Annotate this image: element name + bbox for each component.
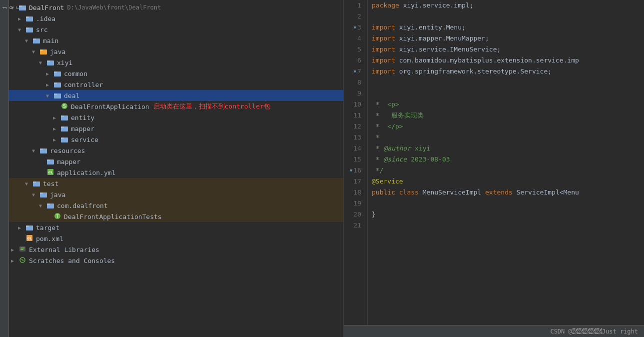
- tree-arrow: ▶: [46, 82, 53, 88]
- code-line-4: import xiyi.mapper.MenuMapper;: [372, 33, 640, 44]
- svg-rect-41: [26, 226, 29, 227]
- tree-label-pomxml: pom.xml: [36, 235, 63, 242]
- tree-label-service: service: [71, 136, 98, 144]
- svg-rect-45: [20, 248, 24, 248]
- tree-item-com-dealfront[interactable]: ▼com.dealfront: [9, 200, 343, 211]
- tree-label-mapper: mapper: [71, 125, 94, 132]
- line-number-19: 19: [344, 198, 363, 209]
- tree-arrow: ▼: [39, 203, 46, 208]
- tree-item-common[interactable]: ▶common: [9, 68, 343, 79]
- svg-rect-13: [54, 72, 57, 73]
- svg-rect-27: [40, 148, 43, 150]
- tree-item-mapper[interactable]: ▶mapper: [9, 123, 343, 134]
- tree-icon-yml: YML: [46, 168, 55, 176]
- line-number-10: 10: [344, 99, 363, 110]
- code-line-20: }: [372, 209, 640, 220]
- code-line-6: import com.baomidou.mybatisplus.extensio…: [372, 55, 640, 66]
- project-path: D:\JavaWeb\front\DealFront: [67, 4, 161, 11]
- tree-item-dealfront-root[interactable]: ▼DealFrontD:\JavaWeb\front\DealFront: [9, 2, 343, 13]
- code-line-7: import org.springframework.stereotype.Se…: [372, 66, 640, 77]
- tree-icon-folder: [25, 14, 34, 22]
- svg-rect-17: [54, 94, 57, 95]
- tree-item-src[interactable]: ▼src: [9, 24, 343, 35]
- svg-rect-7: [33, 38, 36, 40]
- editor-panel: 12▼3456▼789101112131415▼161718192021 pac…: [344, 0, 644, 337]
- tree-label-dealfront-root: DealFront: [29, 4, 64, 12]
- tree-item-resources[interactable]: ▼resources: [9, 145, 343, 156]
- code-line-10: * <p>: [372, 99, 640, 110]
- tree-item-deal[interactable]: ▼deal: [9, 90, 343, 101]
- tree-arrow: ▶: [11, 258, 18, 264]
- tree-item-scratches[interactable]: ▶Scratches and Consoles: [9, 255, 343, 266]
- tree-icon-spring-boot: S: [60, 102, 69, 110]
- tree-item-controller[interactable]: ▶controller: [9, 79, 343, 90]
- code-line-16: */: [372, 165, 640, 176]
- line-number-5: 5: [344, 44, 363, 55]
- tree-item-main[interactable]: ▼main: [9, 35, 343, 46]
- tree-icon-folder: [46, 158, 55, 166]
- tree-label-entity: entity: [71, 114, 94, 122]
- tree-item-service[interactable]: ▶service: [9, 134, 343, 145]
- tree-arrow: ▼: [25, 38, 32, 44]
- tree-label-test-java: java: [50, 191, 65, 198]
- code-line-12: * </p>: [372, 121, 640, 132]
- line-number-16: ▼16: [344, 165, 363, 176]
- svg-rect-23: [61, 126, 64, 128]
- tree-item-mapper-res[interactable]: mapper: [9, 156, 343, 167]
- svg-line-48: [21, 259, 23, 261]
- tree-item-appyml[interactable]: YMLapplication.yml: [9, 167, 343, 178]
- svg-rect-35: [40, 192, 43, 194]
- code-line-15: * @since 2023-08-03: [372, 154, 640, 165]
- tree-item-test[interactable]: ▼test: [9, 178, 343, 189]
- tree-item-dealfrontapptests[interactable]: TDealFrontApplicationTests: [9, 211, 343, 222]
- tree-item-xiyi[interactable]: ▼xiyi: [9, 57, 343, 68]
- tree-item-dealfrontapp[interactable]: SDealFrontApplication启动类在这里，扫描不到controll…: [9, 101, 343, 112]
- tree-label-mapper-res: mapper: [57, 158, 80, 166]
- line-number-17: 17: [344, 176, 363, 187]
- tree-icon-folder-java: [39, 48, 48, 56]
- tree-item-target[interactable]: ▶target: [9, 222, 343, 233]
- svg-text:S: S: [63, 104, 66, 109]
- tree-arrow: ▶: [11, 247, 18, 252]
- editor-content: 12▼3456▼789101112131415▼161718192021 pac…: [344, 0, 644, 325]
- tree-item-ext-libs[interactable]: ▶External Libraries: [9, 244, 343, 255]
- tree-label-java: java: [50, 48, 65, 56]
- tree-arrow: ▶: [53, 126, 60, 132]
- annotation-text: 启动类在这里，扫描不到controller包: [153, 102, 270, 111]
- line-number-14: 14: [344, 143, 363, 154]
- tree-icon-ext-lib: [18, 246, 27, 254]
- tree-arrow: ▼: [32, 148, 39, 154]
- tree-icon-folder: [60, 124, 69, 132]
- line-numbers: 12▼3456▼789101112131415▼161718192021: [344, 0, 368, 325]
- code-area[interactable]: package xiyi.service.impl; import xiyi.e…: [368, 0, 644, 325]
- tree-arrow: ▶: [53, 137, 60, 142]
- line-number-18: 18: [344, 187, 363, 198]
- tree-item-entity[interactable]: ▶entity: [9, 112, 343, 123]
- tree-item-test-java[interactable]: ▼java: [9, 189, 343, 200]
- tree-arrow: ▶: [46, 71, 53, 76]
- code-line-18: public class MenuServiceImpl extends Ser…: [372, 187, 640, 198]
- tree-item-pomxml[interactable]: XMLpom.xml: [9, 233, 343, 244]
- project-tab-vertical[interactable]: Project: [0, 4, 28, 12]
- svg-rect-11: [47, 60, 50, 62]
- line-number-12: 12: [344, 121, 363, 132]
- tree-icon-folder: [46, 58, 55, 66]
- line-number-21: 21: [344, 220, 363, 231]
- tree-item-java[interactable]: ▼java: [9, 46, 343, 57]
- tree-arrow: ▶: [18, 225, 25, 230]
- line-number-15: 15: [344, 154, 363, 165]
- tree-item-idea[interactable]: ▶.idea: [9, 13, 343, 24]
- line-number-8: 8: [344, 77, 363, 88]
- tree-icon-folder-res: [39, 146, 48, 154]
- tree-icon-test-class: T: [53, 212, 62, 220]
- svg-rect-33: [33, 182, 36, 183]
- code-line-11: * 服务实现类: [372, 110, 640, 121]
- tree-icon-folder: [39, 190, 48, 198]
- status-bar: CSDN @㍿㍿㍿㍿㍿Just right: [344, 325, 644, 337]
- code-line-13: *: [372, 132, 640, 143]
- svg-text:XML: XML: [27, 236, 32, 240]
- line-number-7: ▼7: [344, 66, 363, 77]
- svg-text:YML: YML: [48, 170, 53, 174]
- code-line-21: [372, 220, 640, 231]
- tree-label-scratches: Scratches and Consoles: [29, 257, 115, 264]
